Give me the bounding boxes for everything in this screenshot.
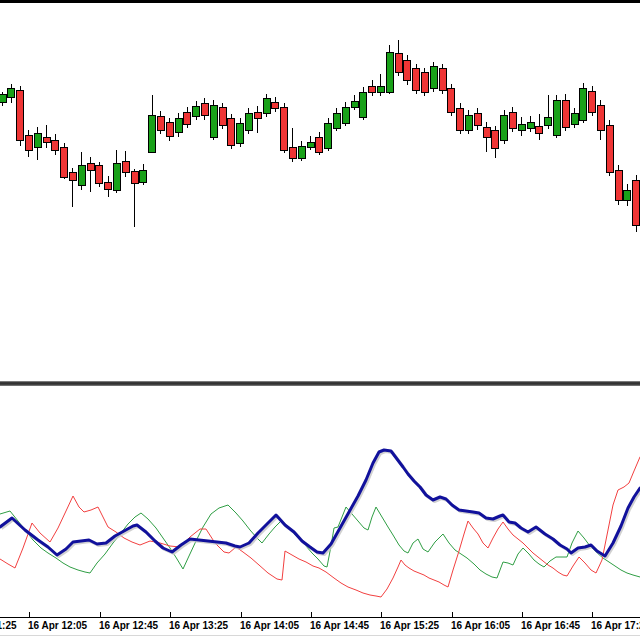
time-axis-tick bbox=[522, 612, 523, 617]
time-axis-label: 16 Apr 13:25 bbox=[169, 620, 228, 631]
indicator-panel[interactable] bbox=[0, 386, 640, 612]
time-axis-label: 16 Apr 12:45 bbox=[99, 620, 158, 631]
time-axis-tick bbox=[381, 612, 382, 617]
time-axis-tick bbox=[170, 612, 171, 617]
time-axis-line bbox=[0, 617, 640, 618]
time-axis-label: 16 Apr 15:25 bbox=[380, 620, 439, 631]
time-axis-label: 16 Apr 11:25 bbox=[0, 620, 17, 631]
time-axis-label: 16 Apr 16:05 bbox=[451, 620, 510, 631]
time-axis-label: 16 Apr 17:25 bbox=[591, 620, 640, 631]
chart-window: 16 Apr 11:2516 Apr 12:0516 Apr 12:4516 A… bbox=[0, 0, 640, 640]
price-panel[interactable] bbox=[0, 3, 640, 381]
time-axis-label: 16 Apr 16:45 bbox=[521, 620, 580, 631]
time-axis-tick bbox=[452, 612, 453, 617]
time-axis-tick bbox=[241, 612, 242, 617]
time-axis-tick bbox=[592, 612, 593, 617]
time-axis[interactable]: 16 Apr 11:2516 Apr 12:0516 Apr 12:4516 A… bbox=[0, 612, 640, 634]
bottom-rule bbox=[0, 635, 640, 636]
time-axis-label: 16 Apr 14:45 bbox=[310, 620, 369, 631]
time-axis-label: 16 Apr 12:05 bbox=[28, 620, 87, 631]
time-axis-label: 16 Apr 14:05 bbox=[240, 620, 299, 631]
time-axis-tick bbox=[100, 612, 101, 617]
time-axis-tick bbox=[311, 612, 312, 617]
time-axis-tick bbox=[29, 612, 30, 617]
